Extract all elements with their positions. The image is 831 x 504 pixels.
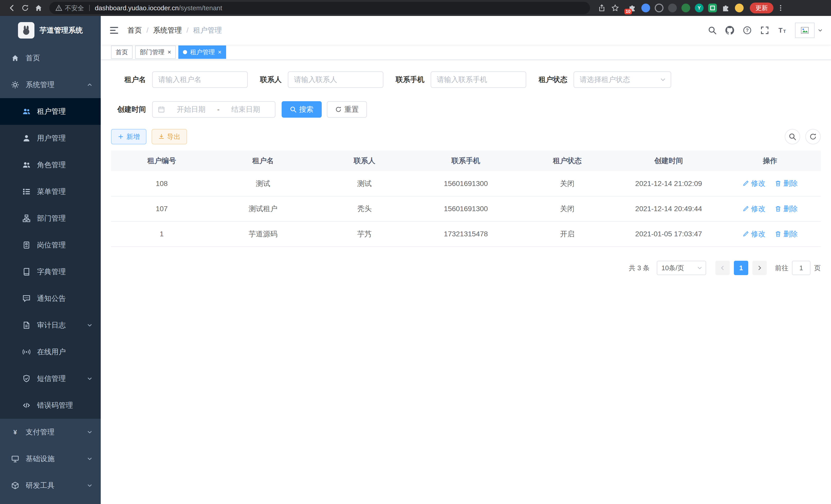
- browser-update-button[interactable]: 更新: [750, 3, 773, 13]
- extension-icon[interactable]: [708, 4, 717, 12]
- sidebar-item-error-code[interactable]: 错误码管理: [0, 392, 101, 419]
- status-select[interactable]: 请选择租户状态: [574, 71, 671, 88]
- header-search-button[interactable]: [704, 16, 721, 45]
- book-icon: [23, 268, 30, 276]
- add-button[interactable]: 新增: [111, 129, 146, 144]
- top-navbar: 首页 / 系统管理 / 租户管理: [101, 16, 831, 45]
- table-toolbar: 新增 导出: [111, 129, 821, 144]
- extension-icon[interactable]: [641, 4, 650, 12]
- extension-icon[interactable]: 10: [628, 4, 637, 12]
- trash-icon: [775, 180, 781, 187]
- system-submenu: 租户管理 用户管理 角色管理 菜单管理 部门管理: [0, 98, 101, 419]
- goto-page-input[interactable]: [792, 261, 810, 275]
- tab-home[interactable]: 首页: [111, 46, 133, 59]
- address-bar[interactable]: 不安全 dashboard.yudao.iocoder.cn /system/t…: [49, 2, 590, 14]
- fullscreen-button[interactable]: [756, 16, 773, 45]
- sidebar-item-menu[interactable]: 菜单管理: [0, 178, 101, 205]
- contact-input[interactable]: [288, 71, 383, 88]
- box-icon: [11, 482, 19, 490]
- org-tree-icon: [23, 214, 30, 222]
- browser-reload-button[interactable]: [19, 1, 32, 14]
- tab-dept[interactable]: 部门管理 ×: [135, 46, 176, 59]
- browser-home-button[interactable]: [32, 1, 45, 14]
- message-icon: [23, 295, 30, 302]
- extension-icon[interactable]: [668, 4, 677, 12]
- signal-icon: [23, 348, 30, 356]
- table-row: 1 芋道源码 芋艿 17321315478 开启 2021-01-05 17:0…: [111, 221, 821, 246]
- close-icon[interactable]: ×: [168, 49, 171, 55]
- divider: [89, 5, 90, 11]
- refresh-icon: [335, 106, 342, 113]
- sidebar-item-devtools[interactable]: 研发工具: [0, 472, 101, 499]
- active-dot: [183, 50, 187, 54]
- browser-back-button[interactable]: [5, 1, 19, 14]
- tab-tenant[interactable]: 租户管理 ×: [178, 46, 226, 59]
- sidebar-item-system[interactable]: 系统管理: [0, 71, 101, 98]
- breadcrumb: 首页 / 系统管理 / 租户管理: [127, 25, 222, 35]
- plus-icon: [118, 134, 124, 140]
- arrow-left-icon: [720, 265, 725, 271]
- sidebar-item-audit-log[interactable]: 审计日志: [0, 312, 101, 338]
- sidebar-item-user[interactable]: 用户管理: [0, 125, 101, 152]
- delete-link[interactable]: 删除: [775, 204, 798, 214]
- breadcrumb-system[interactable]: 系统管理: [153, 25, 182, 35]
- next-page-button[interactable]: [752, 261, 767, 275]
- table-tools: [785, 129, 821, 144]
- document-icon: [23, 321, 30, 329]
- sidebar-item-tenant[interactable]: 租户管理: [0, 98, 101, 125]
- page-size-select[interactable]: 10条/页: [657, 261, 706, 275]
- sidebar-item-dict[interactable]: 字典管理: [0, 259, 101, 285]
- prev-page-button[interactable]: [715, 261, 730, 275]
- share-button[interactable]: [595, 1, 608, 14]
- font-size-button[interactable]: [773, 16, 791, 45]
- phone-input[interactable]: [431, 71, 526, 88]
- sidebar-item-role[interactable]: 角色管理: [0, 152, 101, 178]
- reset-button[interactable]: 重置: [327, 101, 367, 118]
- search-button[interactable]: 搜索: [282, 101, 322, 118]
- tenant-table: 租户编号 租户名 联系人 联系手机 租户状态 创建时间 操作 108 测试 测试: [111, 151, 821, 247]
- date-range-picker[interactable]: 开始日期 - 结束日期: [152, 101, 276, 118]
- refresh-table-button[interactable]: [805, 129, 821, 144]
- delete-link[interactable]: 删除: [775, 229, 798, 239]
- page-content: 租户名 联系人 联系手机 租户状态 请选择租户状态: [101, 60, 831, 504]
- code-icon: [23, 402, 30, 409]
- extension-icon[interactable]: [655, 4, 663, 12]
- sidebar-item-payment[interactable]: 支付管理: [0, 419, 101, 445]
- user-menu[interactable]: [795, 23, 823, 38]
- bookmark-star-button[interactable]: [608, 1, 622, 14]
- sidebar-item-sms[interactable]: 短信管理: [0, 365, 101, 392]
- sidebar-item-dept[interactable]: 部门管理: [0, 205, 101, 232]
- extensions-menu-icon[interactable]: [721, 4, 730, 12]
- export-button[interactable]: 导出: [152, 129, 187, 144]
- profile-avatar-icon[interactable]: [735, 4, 744, 12]
- help-button[interactable]: [739, 16, 756, 45]
- github-button[interactable]: [721, 16, 739, 45]
- show-search-button[interactable]: [785, 129, 800, 144]
- edit-link[interactable]: 修改: [742, 204, 766, 214]
- sidebar-item-post[interactable]: 岗位管理: [0, 232, 101, 259]
- edit-link[interactable]: 修改: [742, 229, 766, 239]
- breadcrumb-home[interactable]: 首页: [127, 25, 142, 35]
- sidebar-item-infra[interactable]: 基础设施: [0, 445, 101, 472]
- sidebar-item-home[interactable]: 首页: [0, 45, 101, 71]
- download-icon: [158, 134, 165, 140]
- security-label: 不安全: [65, 4, 84, 12]
- trash-icon: [775, 206, 781, 212]
- calendar-icon: [158, 106, 165, 113]
- edit-link[interactable]: 修改: [742, 179, 766, 188]
- sidebar-item-online-user[interactable]: 在线用户: [0, 338, 101, 365]
- app-logo[interactable]: 芋道管理系统: [0, 16, 101, 45]
- edit-icon: [742, 231, 749, 237]
- status-label: 租户状态: [539, 75, 567, 85]
- search-icon: [789, 133, 796, 141]
- page-number-1[interactable]: 1: [734, 261, 748, 275]
- sidebar-item-notice[interactable]: 通知公告: [0, 285, 101, 312]
- close-icon[interactable]: ×: [218, 49, 222, 55]
- extension-icon[interactable]: Y: [695, 4, 704, 12]
- delete-link[interactable]: 删除: [775, 179, 798, 188]
- extension-icon[interactable]: [682, 4, 690, 12]
- filter-row-2: 创建时间 开始日期 - 结束日期 搜索 重置: [111, 101, 821, 118]
- browser-menu-button[interactable]: [775, 1, 786, 14]
- hamburger-icon[interactable]: [109, 25, 119, 35]
- tenant-name-input[interactable]: [152, 71, 248, 88]
